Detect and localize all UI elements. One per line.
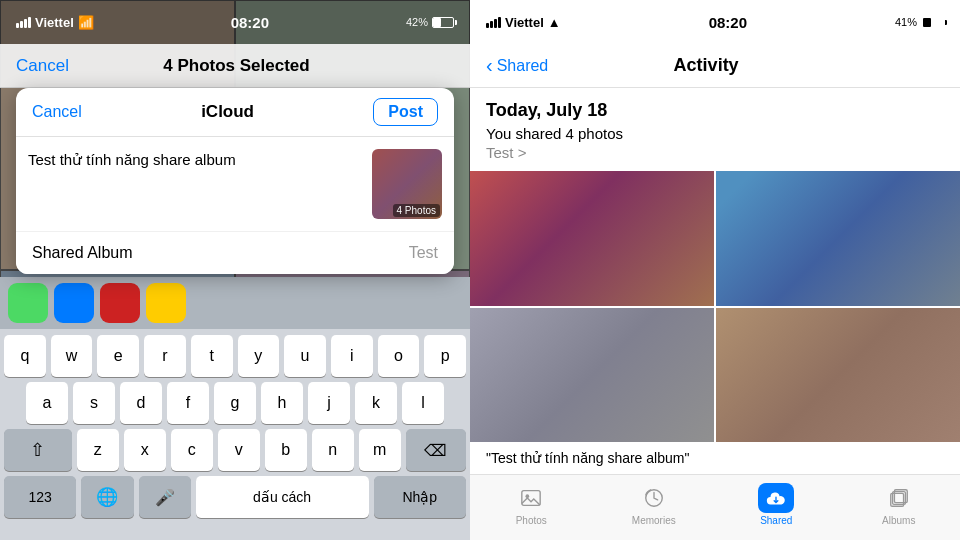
time-left: 08:20 xyxy=(231,14,269,31)
key-j[interactable]: j xyxy=(308,382,350,424)
photo-thumbnail: 4 Photos xyxy=(372,149,442,219)
key-b[interactable]: b xyxy=(265,429,307,471)
tab-bar: Photos Memories Shared xyxy=(470,474,960,540)
key-y[interactable]: y xyxy=(238,335,280,377)
comment-text-field[interactable]: Test thử tính năng share album xyxy=(28,149,362,219)
memories-icon-area xyxy=(636,483,672,513)
chevron-left-icon: ‹ xyxy=(486,54,493,77)
carrier-name-left: Viettel xyxy=(35,15,74,30)
key-e[interactable]: e xyxy=(97,335,139,377)
key-o[interactable]: o xyxy=(378,335,420,377)
memories-icon xyxy=(643,487,665,509)
icloud-dialog: Cancel iCloud Post Test thử tính năng sh… xyxy=(16,88,454,274)
battery-area-left: 42% xyxy=(406,16,454,28)
key-k[interactable]: k xyxy=(355,382,397,424)
carrier-signal-left: Viettel 📶 xyxy=(16,15,94,30)
wifi-icon-right: ▲ xyxy=(548,15,561,30)
signal-bars-left xyxy=(16,17,31,28)
right-panel: Viettel ▲ 08:20 41% ‹ Shared Activity To… xyxy=(470,0,960,540)
key-f[interactable]: f xyxy=(167,382,209,424)
key-w[interactable]: w xyxy=(51,335,93,377)
key-a[interactable]: a xyxy=(26,382,68,424)
key-space[interactable]: dấu cách xyxy=(196,476,369,518)
key-mic[interactable]: 🎤 xyxy=(139,476,191,518)
app-icon-yellow xyxy=(146,283,186,323)
photo-count-badge: 4 Photos xyxy=(393,204,440,217)
icloud-dialog-header: Cancel iCloud Post xyxy=(16,88,454,137)
tab-albums[interactable]: Albums xyxy=(838,483,961,526)
memories-tab-label: Memories xyxy=(632,515,676,526)
icloud-post-button[interactable]: Post xyxy=(373,98,438,126)
key-l[interactable]: l xyxy=(402,382,444,424)
time-right: 08:20 xyxy=(709,14,747,31)
back-label[interactable]: Shared xyxy=(497,57,549,75)
key-numbers[interactable]: 123 xyxy=(4,476,76,518)
photo-cell-4[interactable] xyxy=(716,308,960,443)
key-x[interactable]: x xyxy=(124,429,166,471)
photo-sim-3 xyxy=(470,308,714,443)
carrier-signal-right: Viettel ▲ xyxy=(486,15,561,30)
shared-icon-area xyxy=(758,483,794,513)
battery-percent-right: 41% xyxy=(895,16,917,28)
tab-photos[interactable]: Photos xyxy=(470,483,593,526)
back-button[interactable]: ‹ Shared xyxy=(486,54,548,77)
key-i[interactable]: i xyxy=(331,335,373,377)
photo-cell-2[interactable] xyxy=(716,171,960,306)
photo-cell-3[interactable] xyxy=(470,308,714,443)
key-q[interactable]: q xyxy=(4,335,46,377)
photo-sim-4 xyxy=(716,308,960,443)
key-u[interactable]: u xyxy=(284,335,326,377)
key-m[interactable]: m xyxy=(359,429,401,471)
photo-cell-1[interactable] xyxy=(470,171,714,306)
icloud-cancel-button[interactable]: Cancel xyxy=(32,103,82,121)
icloud-dialog-title: iCloud xyxy=(201,102,254,122)
battery-icon-right xyxy=(922,17,944,28)
shared-album-label: Shared Album xyxy=(32,244,133,262)
shared-album-value: Test xyxy=(409,244,438,262)
key-row-2: a s d f g h j k l xyxy=(4,382,466,424)
photo-sim-2 xyxy=(716,171,960,306)
battery-area-right: 41% xyxy=(895,16,944,28)
albums-tab-label: Albums xyxy=(882,515,915,526)
key-emoji[interactable]: 🌐 xyxy=(81,476,133,518)
activity-date: Today, July 18 xyxy=(470,88,960,125)
key-v[interactable]: v xyxy=(218,429,260,471)
key-shift[interactable]: ⇧ xyxy=(4,429,72,471)
keyboard-bottom-bar xyxy=(0,520,470,540)
key-z[interactable]: z xyxy=(77,429,119,471)
key-p[interactable]: p xyxy=(424,335,466,377)
key-s[interactable]: s xyxy=(73,382,115,424)
battery-percent-left: 42% xyxy=(406,16,428,28)
key-n[interactable]: n xyxy=(312,429,354,471)
key-r[interactable]: r xyxy=(144,335,186,377)
status-bar-left: Viettel 📶 08:20 42% xyxy=(0,0,470,44)
key-g[interactable]: g xyxy=(214,382,256,424)
key-row-3: ⇧ z x c v b n m ⌫ xyxy=(4,429,466,471)
shared-album-row[interactable]: Shared Album Test xyxy=(16,232,454,274)
activity-content: Today, July 18 You shared 4 photos Test … xyxy=(470,88,960,474)
nav-bar-left: Cancel 4 Photos Selected xyxy=(0,44,470,88)
key-c[interactable]: c xyxy=(171,429,213,471)
photo-sim-1 xyxy=(470,171,714,306)
keyboard-rows: q w e r t y u i o p a s d f g h j k xyxy=(0,329,470,520)
key-d[interactable]: d xyxy=(120,382,162,424)
activity-album-link[interactable]: Test > xyxy=(470,144,960,171)
app-icon-blue xyxy=(54,283,94,323)
nav-title-left: 4 Photos Selected xyxy=(163,56,309,76)
key-enter[interactable]: Nhập xyxy=(374,476,466,518)
activity-description: You shared 4 photos xyxy=(470,125,960,144)
tab-memories[interactable]: Memories xyxy=(593,483,716,526)
wifi-icon-left: 📶 xyxy=(78,15,94,30)
key-delete[interactable]: ⌫ xyxy=(406,429,466,471)
key-t[interactable]: t xyxy=(191,335,233,377)
photos-icon xyxy=(520,487,542,509)
shared-icon xyxy=(765,487,787,509)
tab-shared[interactable]: Shared xyxy=(715,483,838,526)
nav-title-right: Activity xyxy=(674,55,739,76)
key-row-4: 123 🌐 🎤 dấu cách Nhập xyxy=(4,476,466,518)
key-h[interactable]: h xyxy=(261,382,303,424)
album-link-text[interactable]: Test > xyxy=(486,144,526,161)
keyboard[interactable]: q w e r t y u i o p a s d f g h j k xyxy=(0,277,470,540)
albums-icon-area xyxy=(881,483,917,513)
cancel-button-left[interactable]: Cancel xyxy=(16,56,69,76)
